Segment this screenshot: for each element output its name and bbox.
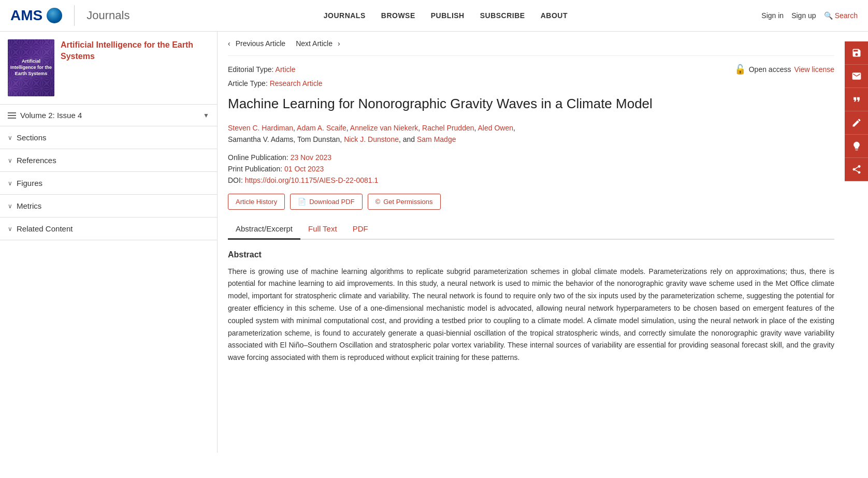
article-navigation: ‹ Previous Article Next Article › bbox=[228, 32, 834, 56]
header-right: Sign in Sign up 🔍 Search bbox=[761, 11, 858, 20]
journals-label: Journals bbox=[86, 9, 129, 22]
article-history-label: Article History bbox=[236, 198, 277, 206]
metrics-label: Metrics bbox=[17, 201, 41, 210]
sidebar-item-sections[interactable]: ∨ Sections bbox=[0, 126, 217, 149]
sidebar-item-metrics[interactable]: ∨ Metrics bbox=[0, 195, 217, 218]
download-pdf-button[interactable]: 📄 Download PDF bbox=[290, 194, 362, 210]
doi-label: DOI: bbox=[228, 176, 243, 184]
toolbar-email-button[interactable] bbox=[845, 65, 868, 88]
open-access-area: 🔓 Open access View license bbox=[734, 64, 834, 75]
cover-text: Artificial Intelligence for the Earth Sy… bbox=[8, 56, 54, 79]
related-content-label: Related Content bbox=[17, 224, 73, 233]
volume-selector[interactable]: Volume 2: Issue 4 ▼ bbox=[0, 105, 217, 126]
references-label: References bbox=[17, 156, 56, 165]
online-publication: Online Publication: 23 Nov 2023 bbox=[228, 153, 834, 162]
author-and: and bbox=[403, 135, 415, 143]
article-type-value[interactable]: Research Article bbox=[270, 79, 323, 88]
hamburger-line-2 bbox=[8, 115, 16, 116]
nav-about[interactable]: ABOUT bbox=[541, 11, 568, 20]
author-owen[interactable]: Aled Owen bbox=[478, 124, 513, 132]
ams-text: AMS bbox=[10, 7, 42, 24]
volume-label: Volume 2: Issue 4 bbox=[20, 111, 82, 120]
content-area: ‹ Previous Article Next Article › Editor… bbox=[218, 32, 845, 453]
view-license-link[interactable]: View license bbox=[794, 65, 834, 74]
volume-chevron-icon: ▼ bbox=[203, 112, 209, 119]
print-pub-date: 01 Oct 2023 bbox=[284, 165, 324, 173]
download-pdf-label: Download PDF bbox=[309, 198, 354, 206]
journal-title-link[interactable]: Artificial Intelligence for the Earth Sy… bbox=[61, 40, 193, 61]
author-prudden[interactable]: Rachel Prudden bbox=[422, 124, 474, 132]
figures-label: Figures bbox=[17, 179, 42, 187]
metrics-chevron-icon: ∨ bbox=[8, 202, 12, 210]
tab-abstract[interactable]: Abstract/Excerpt bbox=[228, 219, 300, 240]
lightbulb-icon bbox=[851, 141, 862, 151]
journal-title-area: Artificial Intelligence for the Earth Sy… bbox=[61, 39, 209, 63]
open-access-label: Open access bbox=[749, 65, 791, 74]
sign-in-link[interactable]: Sign in bbox=[761, 11, 784, 20]
online-pub-label: Online Publication: bbox=[228, 153, 288, 162]
site-header: AMS Journals JOURNALS BROWSE PUBLISH SUB… bbox=[0, 0, 868, 32]
main-layout: Artificial Intelligence for the Earth Sy… bbox=[0, 32, 868, 453]
header-left: AMS Journals bbox=[10, 5, 129, 26]
hamburger-icon bbox=[8, 112, 16, 119]
nav-subscribe[interactable]: SUBSCRIBE bbox=[480, 11, 525, 20]
search-icon: 🔍 bbox=[824, 11, 833, 20]
tab-pdf[interactable]: PDF bbox=[345, 219, 376, 240]
author-dunstan: Tom Dunstan bbox=[297, 135, 340, 143]
nav-journals[interactable]: JOURNALS bbox=[324, 11, 366, 20]
figures-chevron-icon: ∨ bbox=[8, 180, 12, 187]
editorial-type-label: Editorial Type: bbox=[228, 65, 273, 74]
article-history-button[interactable]: Article History bbox=[228, 194, 285, 210]
toolbar-save-button[interactable] bbox=[845, 41, 868, 65]
toolbar-cite-button[interactable] bbox=[845, 88, 868, 111]
author-scaife[interactable]: Adam A. Scaife bbox=[297, 124, 346, 132]
tab-full-text[interactable]: Full Text bbox=[300, 219, 345, 240]
download-pdf-icon: 📄 bbox=[298, 198, 306, 206]
main-nav: JOURNALS BROWSE PUBLISH SUBSCRIBE ABOUT bbox=[324, 11, 568, 20]
hamburger-line-1 bbox=[8, 112, 16, 113]
toolbar-info-button[interactable] bbox=[845, 135, 868, 158]
editorial-type-value[interactable]: Article bbox=[276, 65, 296, 74]
sign-up-link[interactable]: Sign up bbox=[791, 11, 816, 20]
author-jdunstone[interactable]: Nick J. Dunstone bbox=[344, 135, 399, 143]
search-link[interactable]: 🔍 Search bbox=[824, 11, 858, 20]
abstract-section: Abstract There is growing use of machine… bbox=[228, 250, 834, 364]
hamburger-line-3 bbox=[8, 118, 16, 119]
toolbar-share-button[interactable] bbox=[845, 158, 868, 181]
toolbar-annotate-button[interactable] bbox=[845, 111, 868, 135]
sidebar-item-figures[interactable]: ∨ Figures bbox=[0, 172, 217, 195]
share-icon bbox=[851, 164, 862, 175]
journal-cover[interactable]: Artificial Intelligence for the Earth Sy… bbox=[8, 39, 54, 96]
sidebar-item-related-content[interactable]: ∨ Related Content bbox=[0, 218, 217, 240]
get-permissions-label: Get Permissions bbox=[383, 198, 432, 206]
meta-article-type: Article Type: Research Article bbox=[228, 79, 834, 88]
author-hardiman[interactable]: Steven C. Hardiman bbox=[228, 124, 293, 132]
annotate-icon bbox=[851, 118, 862, 128]
get-permissions-button[interactable]: © Get Permissions bbox=[368, 194, 441, 210]
sidebar-item-references[interactable]: ∨ References bbox=[0, 149, 217, 172]
nav-browse[interactable]: BROWSE bbox=[381, 11, 415, 20]
doi-link[interactable]: https://doi.org/10.1175/AIES-D-22-0081.1 bbox=[245, 176, 379, 184]
print-pub-label: Print Publication: bbox=[228, 165, 282, 173]
logo-separator bbox=[74, 5, 75, 26]
prev-chevron-icon: ‹ bbox=[228, 39, 230, 48]
ams-logo[interactable]: AMS bbox=[10, 7, 62, 24]
article-type-label: Article Type: bbox=[228, 79, 268, 88]
journal-header: Artificial Intelligence for the Earth Sy… bbox=[0, 39, 217, 105]
related-content-chevron-icon: ∨ bbox=[8, 225, 12, 233]
sidebar: Artificial Intelligence for the Earth Sy… bbox=[0, 32, 218, 453]
authors-list: Steven C. Hardiman, Adam A. Scaife, Anne… bbox=[228, 122, 834, 146]
nav-publish[interactable]: PUBLISH bbox=[431, 11, 465, 20]
references-chevron-icon: ∨ bbox=[8, 157, 12, 164]
abstract-heading: Abstract bbox=[228, 250, 834, 259]
author-madge[interactable]: Sam Madge bbox=[417, 135, 456, 143]
abstract-text: There is growing use of machine learning… bbox=[228, 266, 834, 364]
author-niekerk[interactable]: Annelize van Niekerk bbox=[350, 124, 418, 132]
next-article-link[interactable]: Next Article bbox=[296, 39, 332, 48]
doi-line: DOI: https://doi.org/10.1175/AIES-D-22-0… bbox=[228, 176, 834, 184]
online-pub-date: 23 Nov 2023 bbox=[291, 153, 331, 162]
print-publication: Print Publication: 01 Oct 2023 bbox=[228, 165, 834, 173]
action-buttons: Article History 📄 Download PDF © Get Per… bbox=[228, 194, 834, 210]
save-icon bbox=[851, 48, 862, 58]
previous-article-link[interactable]: Previous Article bbox=[236, 39, 285, 48]
